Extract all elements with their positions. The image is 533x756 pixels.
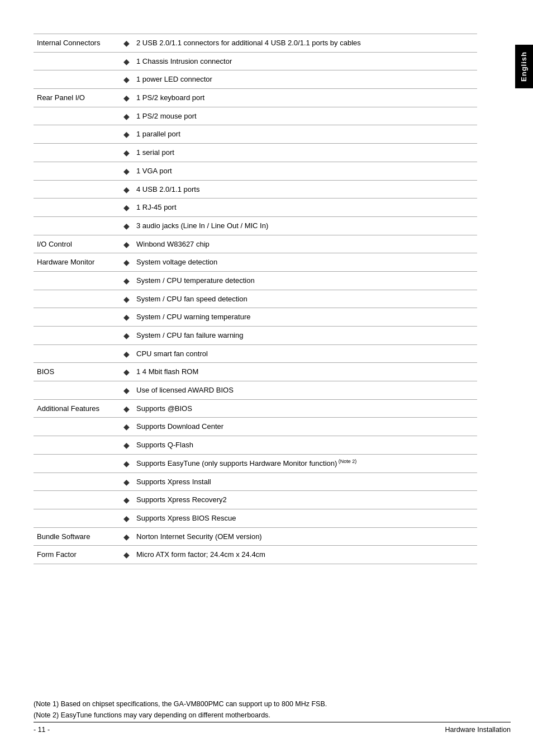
details-cell: System / CPU fan speed detection <box>133 290 477 308</box>
details-cell: Supports @BIOS <box>133 399 477 418</box>
main-content: Internal Connectors◆2 USB 2.0/1.1 connec… <box>34 34 477 721</box>
table-row: ◆4 USB 2.0/1.1 ports <box>34 180 477 199</box>
category-cell <box>34 418 120 436</box>
category-cell <box>34 454 120 472</box>
details-cell: 2 USB 2.0/1.1 connectors for additional … <box>133 34 477 53</box>
details-cell: Supports Xpress Recovery2 <box>133 491 477 509</box>
category-cell: Form Factor <box>34 546 120 564</box>
details-cell: Winbond W83627 chip <box>133 235 477 253</box>
bullet-cell: ◆ <box>120 162 133 180</box>
category-cell: Additional Features <box>34 399 120 418</box>
table-row: I/O Control◆Winbond W83627 chip <box>34 235 477 253</box>
table-row: Hardware Monitor◆System voltage detectio… <box>34 253 477 272</box>
bullet-cell: ◆ <box>120 344 133 363</box>
bullet-cell: ◆ <box>120 144 133 162</box>
english-tab-label: English <box>515 45 533 88</box>
bullet-cell: ◆ <box>120 271 133 290</box>
category-cell <box>34 491 120 509</box>
details-cell: 1 4 Mbit flash ROM <box>133 363 477 381</box>
bullet-cell: ◆ <box>120 509 133 527</box>
details-cell: 1 RJ-45 port <box>133 199 477 217</box>
table-row: ◆Supports Xpress Recovery2 <box>34 491 477 509</box>
details-cell: System voltage detection <box>133 253 477 272</box>
category-cell <box>34 327 120 345</box>
table-row: ◆CPU smart fan control <box>34 344 477 363</box>
note-1: (Note 1) Based on chipset specifications… <box>34 698 477 710</box>
table-row: ◆System / CPU warning temperature <box>34 308 477 327</box>
details-cell: Norton Internet Security (OEM version) <box>133 527 477 546</box>
details-cell: CPU smart fan control <box>133 344 477 363</box>
table-row: ◆Use of licensed AWARD BIOS <box>34 381 477 400</box>
bullet-cell: ◆ <box>120 491 133 509</box>
details-cell: Supports Xpress BIOS Rescue <box>133 509 477 527</box>
bullet-cell: ◆ <box>120 308 133 327</box>
category-cell <box>34 144 120 162</box>
details-cell: 1 PS/2 keyboard port <box>133 89 477 107</box>
category-cell <box>34 216 120 235</box>
category-cell <box>34 271 120 290</box>
table-row: BIOS◆1 4 Mbit flash ROM <box>34 363 477 381</box>
details-cell: Supports EasyTune (only supports Hardwar… <box>133 454 477 472</box>
category-cell: BIOS <box>34 363 120 381</box>
table-row: Internal Connectors◆2 USB 2.0/1.1 connec… <box>34 34 477 53</box>
bullet-cell: ◆ <box>120 399 133 418</box>
category-cell <box>34 344 120 363</box>
category-cell <box>34 509 120 527</box>
table-row: ◆Supports Xpress Install <box>34 472 477 491</box>
bullet-cell: ◆ <box>120 363 133 381</box>
table-row: ◆1 parallel port <box>34 125 477 144</box>
category-cell: I/O Control <box>34 235 120 253</box>
details-cell: System / CPU temperature detection <box>133 271 477 290</box>
bullet-cell: ◆ <box>120 180 133 199</box>
table-row: ◆System / CPU temperature detection <box>34 271 477 290</box>
bullet-cell: ◆ <box>120 216 133 235</box>
category-cell <box>34 70 120 89</box>
details-cell: 3 audio jacks (Line In / Line Out / MIC … <box>133 216 477 235</box>
footer-bar: - 11 - Hardware Installation <box>34 722 511 734</box>
bullet-cell: ◆ <box>120 253 133 272</box>
table-row: ◆Supports Xpress BIOS Rescue <box>34 509 477 527</box>
bullet-cell: ◆ <box>120 527 133 546</box>
category-cell: Rear Panel I/O <box>34 89 120 107</box>
bullet-cell: ◆ <box>120 472 133 491</box>
bullet-cell: ◆ <box>120 107 133 125</box>
notes-section: (Note 1) Based on chipset specifications… <box>34 698 477 721</box>
bullet-cell: ◆ <box>120 199 133 217</box>
page-container: English Internal Connectors◆2 USB 2.0/1.… <box>0 0 533 756</box>
table-row: ◆Supports Download Center <box>34 418 477 436</box>
footer-section-title: Hardware Installation <box>445 726 511 734</box>
details-cell: System / CPU warning temperature <box>133 308 477 327</box>
footer-page-number: - 11 - <box>34 726 50 734</box>
details-cell: System / CPU fan failure warning <box>133 327 477 345</box>
category-cell <box>34 381 120 400</box>
bullet-cell: ◆ <box>120 70 133 89</box>
bullet-cell: ◆ <box>120 381 133 400</box>
bullet-cell: ◆ <box>120 125 133 144</box>
category-cell <box>34 125 120 144</box>
table-row: Additional Features◆Supports @BIOS <box>34 399 477 418</box>
bullet-cell: ◆ <box>120 235 133 253</box>
bullet-cell: ◆ <box>120 327 133 345</box>
table-row: Rear Panel I/O◆1 PS/2 keyboard port <box>34 89 477 107</box>
bullet-cell: ◆ <box>120 436 133 455</box>
category-cell <box>34 52 120 70</box>
category-cell <box>34 199 120 217</box>
bullet-cell: ◆ <box>120 418 133 436</box>
category-cell <box>34 162 120 180</box>
table-row: ◆1 Chassis Intrusion connector <box>34 52 477 70</box>
details-cell: 4 USB 2.0/1.1 ports <box>133 180 477 199</box>
category-cell: Hardware Monitor <box>34 253 120 272</box>
table-row: ◆1 RJ-45 port <box>34 199 477 217</box>
details-cell: 1 parallel port <box>133 125 477 144</box>
details-cell: Supports Xpress Install <box>133 472 477 491</box>
table-row: ◆3 audio jacks (Line In / Line Out / MIC… <box>34 216 477 235</box>
table-row: ◆System / CPU fan failure warning <box>34 327 477 345</box>
details-cell: Micro ATX form factor; 24.4cm x 24.4cm <box>133 546 477 564</box>
category-cell <box>34 472 120 491</box>
bullet-cell: ◆ <box>120 34 133 53</box>
note-2: (Note 2) EasyTune functions may vary dep… <box>34 710 477 721</box>
table-row: ◆System / CPU fan speed detection <box>34 290 477 308</box>
bullet-cell: ◆ <box>120 89 133 107</box>
details-cell: 1 VGA port <box>133 162 477 180</box>
table-row: Bundle Software◆Norton Internet Security… <box>34 527 477 546</box>
